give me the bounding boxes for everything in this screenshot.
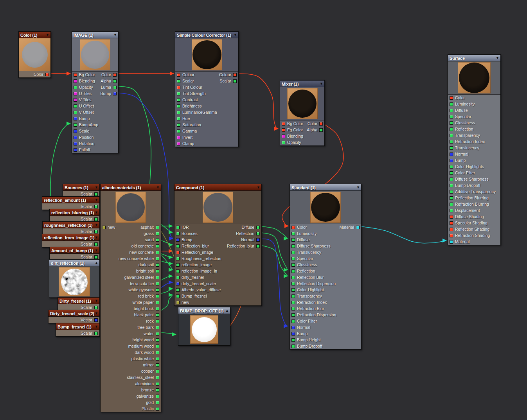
- output-port-stainless-steel[interactable]: [156, 376, 159, 379]
- input-port-contrast[interactable]: [177, 98, 180, 102]
- input-port-scale[interactable]: [74, 129, 77, 133]
- node-title-bar-surface[interactable]: Surface▼: [448, 55, 500, 61]
- output-port-colour[interactable]: [233, 73, 237, 77]
- input-port-reflection-blurring[interactable]: [450, 196, 453, 200]
- output-port-alpha[interactable]: [319, 128, 323, 132]
- dropdown-arrow-icon[interactable]: ▼: [95, 197, 98, 203]
- output-port-diffuse[interactable]: [256, 226, 260, 229]
- output-port-medium-wood[interactable]: [156, 345, 159, 348]
- output-port-color[interactable]: [319, 122, 323, 126]
- input-port-diffuse[interactable]: [291, 238, 295, 242]
- input-port-falloff[interactable]: [74, 148, 77, 152]
- input-port-diffuse-sharpness[interactable]: [291, 244, 295, 248]
- output-port-new-concrete[interactable]: [156, 251, 159, 254]
- output-port-asphalt[interactable]: [156, 226, 159, 229]
- input-port-reflection[interactable]: [450, 127, 453, 131]
- input-port-bump-dropoff[interactable]: [291, 345, 295, 348]
- node-compound[interactable]: Compound (1)▼IORBouncesBumpReflection_bl…: [174, 184, 262, 306]
- input-port-displacement[interactable]: [450, 209, 453, 212]
- output-port-rock[interactable]: [156, 319, 159, 323]
- dropdown-arrow-icon[interactable]: ▼: [496, 55, 499, 61]
- node-bump_drop_off[interactable]: BUMP_DROP_OFF (1)▲: [178, 307, 230, 346]
- output-port-scalar[interactable]: [94, 217, 98, 221]
- output-port-sand[interactable]: [156, 238, 159, 242]
- dropdown-arrow-icon[interactable]: ▼: [46, 32, 49, 38]
- input-port-refraction-index[interactable]: [291, 301, 295, 304]
- input-port-reflection-image[interactable]: [176, 263, 180, 267]
- node-title-bar-reflection_amount[interactable]: reflection_amount (1)▼: [42, 197, 99, 203]
- input-port-bump[interactable]: [450, 159, 453, 162]
- input-port-luminosity[interactable]: [450, 102, 453, 106]
- node-image[interactable]: IMAGE (1)▼Bg ColorBlendingOpacityU Tiles…: [72, 31, 119, 153]
- input-port-albedo-value-diffuse[interactable]: [176, 288, 180, 292]
- input-port-dirty-fresnel-scale[interactable]: [176, 282, 180, 285]
- output-port-scalar[interactable]: [94, 255, 98, 259]
- output-port-dark-wood[interactable]: [156, 351, 159, 354]
- node-roughness_reflection[interactable]: roughness_reflection (1)▼Scalar: [42, 221, 100, 235]
- node-title-bar-reflection_from_image[interactable]: reflection_from_image (1)▼: [42, 234, 99, 241]
- input-port-diffuse-shading[interactable]: [450, 215, 453, 219]
- node-color[interactable]: Color (1)▼Color: [18, 31, 51, 78]
- output-port-scalar[interactable]: [94, 332, 98, 335]
- input-port-normal[interactable]: [291, 326, 295, 329]
- collapse-up-icon[interactable]: ▲: [225, 307, 229, 314]
- input-port-reflection-image[interactable]: [176, 251, 180, 254]
- input-port-color-highlights[interactable]: [450, 165, 453, 169]
- collapse-up-icon[interactable]: ▲: [95, 260, 98, 266]
- output-port-white-paper[interactable]: [156, 301, 159, 304]
- output-port-black-paint[interactable]: [156, 313, 159, 317]
- input-port-reflection-shading[interactable]: [450, 228, 453, 231]
- input-port-additive-transparency[interactable]: [450, 190, 453, 194]
- node-title-bar-mixer[interactable]: Mixer (1)▼: [280, 81, 324, 87]
- input-port-new[interactable]: [176, 301, 180, 304]
- dropdown-arrow-icon[interactable]: ▼: [95, 298, 98, 304]
- output-port-bright-brick[interactable]: [156, 307, 159, 311]
- input-port-gamma[interactable]: [177, 129, 180, 133]
- node-title-bar-albedo_materials[interactable]: albedo materials (1)▼: [101, 184, 161, 191]
- input-port-saturation[interactable]: [177, 123, 180, 127]
- dropdown-arrow-icon[interactable]: ▼: [95, 310, 98, 316]
- input-port-dirty-fresnel[interactable]: [176, 276, 180, 279]
- input-port-specular[interactable]: [291, 257, 295, 260]
- input-port-translucency[interactable]: [450, 146, 453, 150]
- input-port-tint-colour[interactable]: [177, 86, 180, 89]
- input-port-reflection-dispersion[interactable]: [291, 282, 295, 285]
- dropdown-arrow-icon[interactable]: ▼: [156, 184, 160, 190]
- input-port-bump-fresnel[interactable]: [176, 294, 180, 298]
- input-port-refraction-dispersion[interactable]: [291, 313, 295, 317]
- input-port-reflection-blur[interactable]: [291, 276, 295, 279]
- dropdown-arrow-icon[interactable]: ▼: [95, 234, 98, 241]
- node-dirty_fresnel_scale[interactable]: Dirty_fresnel_scale (2)▼Vector: [48, 310, 100, 323]
- input-port-brightness[interactable]: [177, 104, 180, 108]
- input-port-normal[interactable]: [450, 153, 453, 156]
- dropdown-arrow-icon[interactable]: ▼: [95, 222, 98, 228]
- input-port-diffuse[interactable]: [450, 109, 453, 112]
- dropdown-arrow-icon[interactable]: ▼: [257, 184, 260, 190]
- input-port-color-filter[interactable]: [291, 319, 295, 323]
- input-port-bump-dropoff[interactable]: [450, 184, 453, 187]
- output-port-color[interactable]: [113, 73, 117, 77]
- output-port-galvanized-steel[interactable]: [156, 276, 159, 279]
- node-title-bar-compound[interactable]: Compound (1)▼: [174, 184, 261, 191]
- output-port-vector[interactable]: [94, 318, 98, 322]
- node-bump_fresnel[interactable]: Bump_fresnel (1)▼Scalar: [56, 323, 100, 337]
- node-bounces[interactable]: Bounces (1)▼Scalar: [63, 184, 100, 197]
- output-port-scalar[interactable]: [233, 79, 237, 83]
- input-port-translucency[interactable]: [291, 251, 295, 254]
- node-title-bar-dirt_reflection[interactable]: dirt_reflection (1)▲: [49, 260, 99, 266]
- input-port-color-highlight[interactable]: [291, 288, 295, 292]
- node-reflection_from_image[interactable]: reflection_from_image (1)▼Scalar: [42, 234, 100, 248]
- node-dirt_reflection[interactable]: dirt_reflection (1)▲: [49, 259, 100, 298]
- input-port-blending[interactable]: [282, 135, 285, 138]
- input-port-luminosity[interactable]: [291, 232, 295, 235]
- input-port-material[interactable]: [450, 240, 453, 244]
- output-port-bronze[interactable]: [156, 388, 159, 392]
- input-port-opacity[interactable]: [282, 141, 285, 144]
- input-port-bumpamp[interactable]: [74, 123, 77, 127]
- node-title-bar-dirty_fresnel_scale[interactable]: Dirty_fresnel_scale (2)▼: [49, 310, 99, 317]
- node-dirty_fresnel[interactable]: Dirty_fresnel (1)▼Scalar: [58, 297, 100, 311]
- input-port-v-offset[interactable]: [74, 111, 77, 114]
- output-port-red-brick[interactable]: [156, 294, 159, 298]
- output-port-normal[interactable]: [256, 238, 260, 242]
- output-port-bright-soil[interactable]: [156, 269, 159, 273]
